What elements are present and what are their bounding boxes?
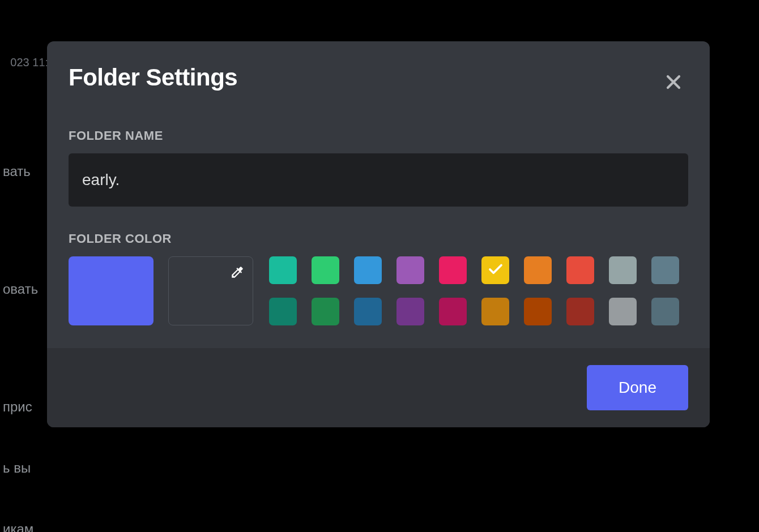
color-swatch[interactable]	[481, 256, 509, 284]
color-swatch[interactable]	[354, 298, 382, 325]
folder-name-input[interactable]	[69, 153, 688, 207]
folder-name-section: FOLDER NAME	[69, 128, 688, 207]
modal-footer: Done	[47, 348, 710, 427]
color-swatch[interactable]	[524, 298, 552, 325]
color-swatch[interactable]	[524, 256, 552, 284]
color-swatch[interactable]	[312, 298, 339, 325]
color-grid	[269, 256, 679, 325]
check-icon	[487, 261, 504, 280]
color-row	[269, 256, 679, 284]
eyedropper-icon	[230, 265, 245, 282]
color-swatch[interactable]	[396, 256, 424, 284]
color-swatch[interactable]	[651, 256, 679, 284]
modal-body: Folder Settings FOLDER NAME FOLDER COLOR	[47, 41, 710, 348]
color-swatch[interactable]	[609, 298, 637, 325]
bg-text: икам	[3, 519, 756, 532]
close-icon	[662, 85, 685, 95]
folder-settings-modal: Folder Settings FOLDER NAME FOLDER COLOR	[47, 41, 710, 427]
color-swatch[interactable]	[651, 298, 679, 325]
folder-color-section: FOLDER COLOR	[69, 231, 688, 325]
color-swatch[interactable]	[439, 298, 467, 325]
folder-color-label: FOLDER COLOR	[69, 231, 688, 246]
close-button[interactable]	[659, 67, 688, 99]
color-swatch[interactable]	[354, 256, 382, 284]
done-button[interactable]: Done	[587, 365, 688, 410]
color-row	[269, 298, 679, 325]
custom-color-swatch[interactable]	[168, 256, 253, 325]
color-swatch[interactable]	[481, 298, 509, 325]
color-swatch[interactable]	[609, 256, 637, 284]
modal-header: Folder Settings	[69, 64, 688, 99]
color-area	[69, 256, 688, 325]
folder-name-label: FOLDER NAME	[69, 128, 688, 143]
bg-text: ь вы	[3, 458, 756, 478]
color-swatch[interactable]	[566, 256, 594, 284]
default-color-swatch[interactable]	[69, 256, 153, 325]
modal-title: Folder Settings	[69, 64, 237, 91]
color-swatch[interactable]	[269, 298, 297, 325]
color-swatch[interactable]	[439, 256, 467, 284]
color-swatch[interactable]	[269, 256, 297, 284]
color-swatch[interactable]	[396, 298, 424, 325]
color-swatch[interactable]	[312, 256, 339, 284]
color-swatch[interactable]	[566, 298, 594, 325]
